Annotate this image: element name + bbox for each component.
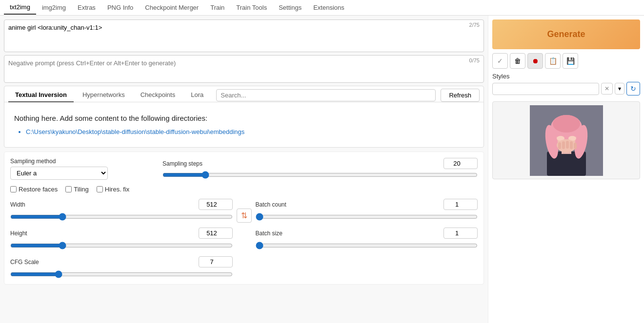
image-preview xyxy=(492,101,640,179)
negative-prompt-input[interactable] xyxy=(4,56,483,81)
tab-hypernetworks[interactable]: Hypernetworks xyxy=(76,88,132,102)
restore-faces-checkbox-label[interactable]: Restore faces xyxy=(10,186,58,193)
directory-list: C:\Users\kyakuno\Desktop\stable-diffusio… xyxy=(14,128,474,135)
batch-count-input[interactable] xyxy=(443,199,478,210)
sampling-steps-label: Sampling steps xyxy=(162,160,202,167)
cfg-scale-label: CFG Scale xyxy=(10,259,39,266)
swap-dimensions-button[interactable]: ⇅ xyxy=(237,209,252,223)
tabs-header: Textual Inversion Hypernetworks Checkpoi… xyxy=(4,86,483,102)
nav-tab-train-tools[interactable]: Train Tools xyxy=(230,1,273,14)
tab-textual-inversion[interactable]: Textual Inversion xyxy=(8,88,74,102)
nav-tab-settings[interactable]: Settings xyxy=(273,1,307,14)
cfg-scale-slider[interactable] xyxy=(10,270,233,278)
height-input[interactable] xyxy=(199,228,233,239)
restore-faces-checkbox[interactable] xyxy=(10,186,17,192)
tiling-label: Tiling xyxy=(74,186,89,193)
height-slider[interactable] xyxy=(10,242,233,249)
toolbar-row: ✓ 🗑 ⏺ 📋 💾 xyxy=(492,53,640,69)
batch-size-input[interactable] xyxy=(443,228,478,239)
svg-rect-12 xyxy=(562,141,565,149)
generated-image-svg xyxy=(530,105,603,176)
left-panel: 2/75 anime girl <lora:unity_chan-v1:1> 0… xyxy=(0,16,488,323)
hires-fix-label: Hires. fix xyxy=(105,186,130,193)
empty-message: Nothing here. Add some content to the fo… xyxy=(14,114,474,122)
svg-rect-13 xyxy=(566,141,569,149)
dimensions-grid: Width Height CFG Scale xyxy=(10,199,478,278)
styles-clear-button[interactable]: ✕ xyxy=(601,83,613,95)
trash-icon: 🗑 xyxy=(514,57,521,65)
batch-col: Batch count Batch size xyxy=(256,199,478,249)
clipboard-toolbar-button[interactable]: 📋 xyxy=(545,53,561,69)
nav-tab-pnginfo[interactable]: PNG Info xyxy=(101,1,139,14)
sampling-steps-slider[interactable] xyxy=(162,171,478,179)
positive-prompt-input[interactable]: anime girl <lora:unity_chan-v1:1> xyxy=(4,20,483,50)
batch-size-slider[interactable] xyxy=(256,242,478,249)
sampling-method-select[interactable]: Euler a Euler LMS Heun xyxy=(10,167,108,180)
sampling-method-label: Sampling method xyxy=(10,158,157,165)
hires-fix-checkbox[interactable] xyxy=(97,186,103,192)
tiling-checkbox-label[interactable]: Tiling xyxy=(65,186,89,193)
negative-prompt-box: 0/75 xyxy=(4,55,484,83)
directory-item: C:\Users\kyakuno\Desktop\stable-diffusio… xyxy=(26,128,474,135)
svg-rect-15 xyxy=(574,143,577,149)
styles-label: Styles xyxy=(492,73,640,80)
tab-lora[interactable]: Lora xyxy=(184,88,210,102)
width-slider[interactable] xyxy=(10,213,233,221)
width-input[interactable] xyxy=(199,199,233,210)
positive-prompt-counter: 2/75 xyxy=(469,22,480,28)
record-toolbar-button[interactable]: ⏺ xyxy=(527,53,543,69)
main-layout: 2/75 anime girl <lora:unity_chan-v1:1> 0… xyxy=(0,16,644,323)
hires-fix-checkbox-label[interactable]: Hires. fix xyxy=(97,186,130,193)
width-label: Width xyxy=(10,201,25,208)
refresh-icon: ↻ xyxy=(630,85,636,93)
nav-tab-extensions[interactable]: Extensions xyxy=(307,1,350,14)
check-icon: ✓ xyxy=(497,57,503,65)
save-toolbar-button[interactable]: 💾 xyxy=(563,53,578,69)
height-label: Height xyxy=(10,230,27,237)
check-toolbar-button[interactable]: ✓ xyxy=(492,53,508,69)
top-navigation: txt2img img2img Extras PNG Info Checkpoi… xyxy=(0,0,644,16)
styles-refresh-button[interactable]: ↻ xyxy=(626,82,640,95)
tab-checkpoints[interactable]: Checkpoints xyxy=(134,88,182,102)
embedding-tabs-section: Textual Inversion Hypernetworks Checkpoi… xyxy=(4,86,484,148)
refresh-button[interactable]: Refresh xyxy=(441,89,480,102)
sampling-steps-group: Sampling steps xyxy=(162,158,478,180)
trash-toolbar-button[interactable]: 🗑 xyxy=(510,53,525,69)
styles-dropdown-button[interactable]: ▾ xyxy=(615,83,624,95)
sampling-method-group: Sampling method Euler a Euler LMS Heun xyxy=(10,158,157,180)
batch-count-label: Batch count xyxy=(256,201,286,208)
nav-tab-train[interactable]: Train xyxy=(204,1,230,14)
generate-button[interactable]: Generate xyxy=(492,19,640,49)
styles-input[interactable] xyxy=(492,83,599,95)
tiling-checkbox[interactable] xyxy=(65,186,72,192)
tab-content: Nothing here. Add some content to the fo… xyxy=(4,102,483,147)
svg-rect-11 xyxy=(558,142,561,149)
batch-count-slider[interactable] xyxy=(256,213,478,221)
svg-point-7 xyxy=(553,115,580,133)
record-icon: ⏺ xyxy=(532,57,539,65)
right-panel: Generate ✓ 🗑 ⏺ 📋 💾 Styles ✕ ▾ ↻ xyxy=(488,16,644,323)
nav-tab-checkpoint-merger[interactable]: Checkpoint Merger xyxy=(139,1,204,14)
nav-tab-txt2img[interactable]: txt2img xyxy=(4,0,36,15)
search-input[interactable] xyxy=(216,89,436,101)
clipboard-icon: 📋 xyxy=(549,57,557,65)
styles-select-row: ✕ ▾ ↻ xyxy=(492,82,640,95)
batch-size-label: Batch size xyxy=(256,230,282,237)
positive-prompt-box: 2/75 anime girl <lora:unity_chan-v1:1> xyxy=(4,19,484,52)
nav-tab-img2img[interactable]: img2img xyxy=(36,1,72,14)
controls-section: Sampling method Euler a Euler LMS Heun S… xyxy=(4,152,484,285)
width-col: Width Height CFG Scale xyxy=(10,199,233,278)
restore-faces-label: Restore faces xyxy=(19,186,58,193)
nav-tab-extras[interactable]: Extras xyxy=(72,1,101,14)
sampling-steps-input[interactable] xyxy=(443,158,478,169)
save-icon: 💾 xyxy=(566,57,575,65)
svg-rect-14 xyxy=(570,141,573,149)
negative-prompt-counter: 0/75 xyxy=(469,57,480,63)
cfg-scale-input[interactable] xyxy=(199,256,233,267)
checkboxes-row: Restore faces Tiling Hires. fix xyxy=(10,186,478,193)
